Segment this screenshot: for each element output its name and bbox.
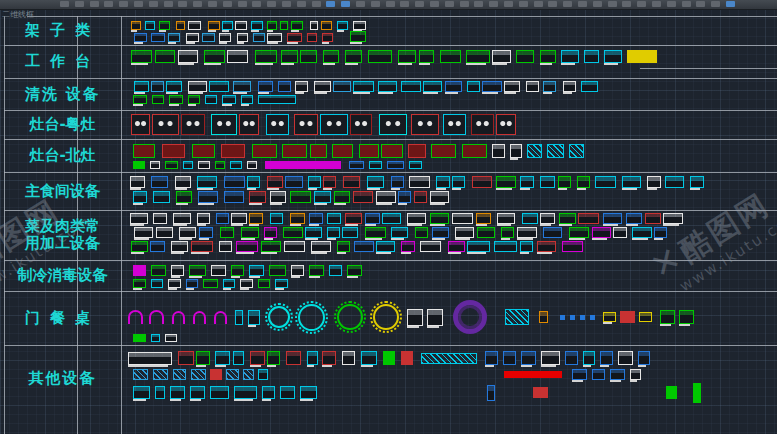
cad-block[interactable] xyxy=(258,81,273,92)
cad-block[interactable] xyxy=(219,241,232,252)
cad-block[interactable] xyxy=(198,191,218,203)
cad-block[interactable] xyxy=(231,265,244,276)
cad-block[interactable] xyxy=(171,265,184,276)
cad-block[interactable] xyxy=(150,241,165,252)
cad-block[interactable] xyxy=(432,227,449,238)
cad-block[interactable] xyxy=(497,213,515,224)
cad-block[interactable] xyxy=(156,227,173,238)
cad-block[interactable] xyxy=(166,81,182,92)
cad-block[interactable] xyxy=(262,386,275,399)
cad-block[interactable] xyxy=(309,265,324,276)
toolbar-icon[interactable] xyxy=(149,1,158,7)
cad-block[interactable] xyxy=(627,50,657,63)
cad-block[interactable] xyxy=(249,213,263,224)
cad-block[interactable] xyxy=(379,114,407,135)
cad-block[interactable] xyxy=(342,351,355,365)
toolbar-icon[interactable] xyxy=(356,1,365,7)
cad-block[interactable] xyxy=(496,176,516,188)
cad-block[interactable] xyxy=(294,114,318,135)
cad-block[interactable] xyxy=(472,176,492,188)
cad-block[interactable] xyxy=(145,21,155,30)
toolbar-icon[interactable] xyxy=(415,1,424,7)
cad-block[interactable] xyxy=(347,265,362,276)
cad-block[interactable] xyxy=(409,161,422,169)
cad-block[interactable] xyxy=(265,161,341,169)
cad-block[interactable] xyxy=(208,21,220,30)
cad-block[interactable] xyxy=(431,144,456,158)
toolbar-icon[interactable] xyxy=(193,1,202,7)
cad-block[interactable] xyxy=(131,114,150,135)
cad-block[interactable] xyxy=(181,114,205,135)
cad-block[interactable] xyxy=(300,50,317,63)
cad-block[interactable] xyxy=(151,334,160,342)
toolbar-icon[interactable] xyxy=(164,1,173,7)
cad-block[interactable] xyxy=(197,213,210,224)
cad-block[interactable] xyxy=(420,241,441,252)
cad-block[interactable] xyxy=(333,81,351,92)
cad-block[interactable] xyxy=(322,33,333,42)
cad-block[interactable] xyxy=(638,351,650,365)
cad-block[interactable] xyxy=(216,213,229,224)
cad-block[interactable] xyxy=(234,386,257,399)
cad-block[interactable] xyxy=(153,213,167,224)
cad-block[interactable] xyxy=(151,265,166,276)
cad-block[interactable] xyxy=(547,144,564,158)
cad-block[interactable] xyxy=(290,213,305,224)
cad-block[interactable] xyxy=(131,21,141,30)
cad-block[interactable] xyxy=(592,369,605,380)
cad-block[interactable] xyxy=(247,161,257,169)
cad-block[interactable] xyxy=(381,144,403,158)
cad-block[interactable] xyxy=(153,369,168,380)
cad-block[interactable] xyxy=(155,386,165,399)
cad-block[interactable] xyxy=(131,241,148,252)
cad-block[interactable] xyxy=(203,279,218,288)
cad-block[interactable] xyxy=(604,50,622,63)
cad-block[interactable] xyxy=(155,50,175,63)
cad-block[interactable] xyxy=(151,33,165,42)
cad-block[interactable] xyxy=(188,95,200,104)
cad-block[interactable] xyxy=(152,95,164,104)
cad-block[interactable] xyxy=(196,351,210,365)
toolbar-icon[interactable] xyxy=(267,1,276,7)
cad-block[interactable] xyxy=(285,176,303,188)
toolbar-icon[interactable] xyxy=(667,1,676,7)
cad-block[interactable] xyxy=(618,351,633,365)
cad-block[interactable] xyxy=(398,50,416,63)
cad-block[interactable] xyxy=(663,213,683,224)
cad-block[interactable] xyxy=(423,81,442,92)
cad-block[interactable] xyxy=(255,50,277,63)
cad-block[interactable] xyxy=(540,213,555,224)
cad-block[interactable] xyxy=(222,21,233,30)
cad-block[interactable] xyxy=(165,334,177,342)
cad-block[interactable] xyxy=(308,176,321,188)
cad-block[interactable] xyxy=(487,385,495,401)
cad-block[interactable] xyxy=(235,21,247,30)
cad-block[interactable] xyxy=(603,312,616,322)
cad-block[interactable] xyxy=(414,191,427,203)
cad-block[interactable] xyxy=(666,386,677,399)
cad-block[interactable] xyxy=(368,50,392,63)
cad-block[interactable] xyxy=(350,31,366,42)
cad-block[interactable] xyxy=(280,21,288,30)
cad-block[interactable] xyxy=(522,213,538,224)
cad-block[interactable] xyxy=(175,176,191,188)
cad-block[interactable] xyxy=(365,213,380,224)
toolbar-icon[interactable] xyxy=(726,1,735,7)
cad-block[interactable] xyxy=(133,279,146,288)
cad-block[interactable] xyxy=(314,191,331,203)
cad-block[interactable] xyxy=(436,176,450,188)
cad-block[interactable] xyxy=(165,161,178,169)
cad-block[interactable] xyxy=(343,176,360,188)
toolbar-icon[interactable] xyxy=(593,1,602,7)
cad-block[interactable] xyxy=(570,315,575,320)
cad-block[interactable] xyxy=(193,311,206,324)
cad-block[interactable] xyxy=(191,241,213,252)
cad-block[interactable] xyxy=(595,176,616,188)
cad-block[interactable] xyxy=(342,227,358,238)
cad-block[interactable] xyxy=(540,50,556,63)
cad-block[interactable] xyxy=(329,265,342,276)
cad-block[interactable] xyxy=(267,21,277,30)
cad-block[interactable] xyxy=(224,176,245,188)
cad-block[interactable] xyxy=(501,227,514,238)
cad-block[interactable] xyxy=(178,50,198,63)
